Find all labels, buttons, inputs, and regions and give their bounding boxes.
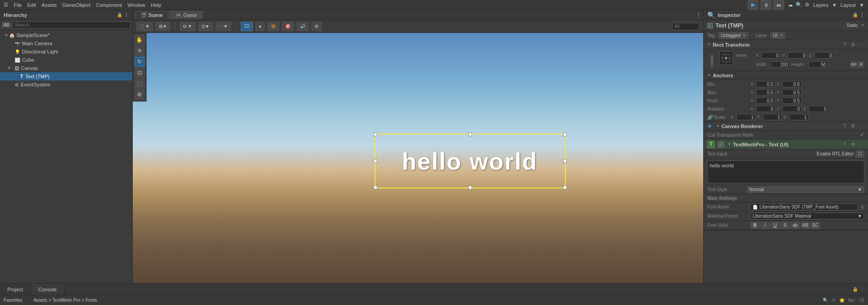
anchors-max-x-input[interactable] [756,89,775,96]
anchors-header[interactable]: ▼ Anchors [704,71,868,80]
window-menu[interactable]: Window [127,2,145,8]
scene-skybox-btn[interactable]: 🔊 [297,22,309,31]
font-style-uppercase[interactable]: AB [801,222,810,229]
tool-custom[interactable]: ⚙ [135,90,145,100]
hier-item-texttmp[interactable]: T Text (TMP) [0,72,132,80]
width-input[interactable] [770,61,790,68]
tab-game[interactable]: 🎮 Game [169,11,203,19]
scene-audio-btn[interactable]: 🔆 [267,22,279,31]
rect-transform-header[interactable]: ▼ Rect Transform ? ⚙ ⋮ [704,40,868,49]
hierarchy-lock-icon[interactable]: 🔒 [117,12,122,17]
canvas-renderer-info[interactable]: ? [841,123,848,129]
tab-console[interactable]: Console [31,284,64,295]
layout-label[interactable]: Layout [841,2,856,8]
tag-dropdown[interactable]: Untagged ▼ [718,32,748,39]
hierarchy-search[interactable] [12,21,130,29]
hier-item-samplescene[interactable]: ▼ 🏠 SampleScene* [0,31,132,39]
font-asset-select-icon[interactable]: ⊙ [861,204,864,209]
inspector-lock-icon[interactable]: 🔒 [852,12,858,17]
play-button[interactable]: ▶ [748,0,759,10]
posz-input[interactable] [814,52,834,59]
text-input-area[interactable]: hello world [707,161,864,183]
rect-transform-info[interactable]: ? [841,42,848,48]
font-style-underline[interactable]: U [770,222,780,229]
tmp-info[interactable]: ? [841,141,848,148]
tmp-header[interactable]: T ✓ ▼ TextMeshPro - Text (UI) ? ⚙ ⋮ [704,139,868,150]
static-dropdown-arrow[interactable]: ▼ [861,23,864,27]
hierarchy-all[interactable]: All [2,22,11,27]
anchors-max-y-input[interactable] [782,89,802,96]
scene-more-btn[interactable]: ⋯▼ [216,22,231,31]
tab-project[interactable]: Project [0,284,31,295]
tool-move[interactable]: ✛ [135,46,145,56]
step-button[interactable]: ⏭ [773,0,784,10]
hierarchy-menu-icon[interactable]: ⋮ [124,12,129,17]
material-preset-field[interactable]: LiberationSans SDF Material ▼ [750,213,864,219]
settings-icon[interactable]: ⚙ [805,2,809,8]
layer-dropdown[interactable]: UI ▼ [770,32,785,39]
history-icon[interactable]: ↺ [832,298,835,303]
scene-options-icon[interactable]: ⋮ [696,12,701,18]
pivot-y-input[interactable] [782,97,802,104]
canvas-renderer-menu[interactable]: ⋮ [858,123,864,129]
cull-checkmark[interactable]: ✓ [860,132,864,138]
favorites-label[interactable]: Favorites [4,298,22,303]
tmp-checkbox[interactable]: ✓ [718,142,724,147]
layout-dropdown-arrow[interactable]: ▼ [859,2,864,8]
tool-rect[interactable]: ⬚ [135,79,145,89]
posy-input[interactable] [788,52,807,59]
scene-fog-btn[interactable]: ⚙ [311,22,322,31]
rot-z-input[interactable] [809,106,828,112]
canvas-renderer-settings[interactable]: ⚙ [850,123,856,129]
tool-rotate[interactable]: ↻ [135,57,145,67]
unity-logo[interactable]: ☰ [4,2,8,8]
tool-scale[interactable]: ⊡ [135,68,145,78]
tmp-menu[interactable]: ⋮ [858,141,864,148]
font-style-italic[interactable]: I [760,222,770,229]
scale-z-input[interactable] [789,114,808,120]
scale-x-input[interactable] [736,114,755,120]
hier-item-maincamera[interactable]: 📷 Main Camera [0,39,132,48]
anchors-min-y-input[interactable] [782,81,802,87]
canvas-renderer-header[interactable]: 👁 ▼ Canvas Renderer ? ⚙ ⋮ [704,122,868,131]
edit-menu[interactable]: Edit [27,2,36,8]
font-style-bold[interactable]: B [750,222,760,229]
rot-y-input[interactable] [782,106,802,112]
pause-button[interactable]: ⏸ [760,0,771,10]
hier-item-dirlight[interactable]: 💡 Directional Light [0,48,132,56]
text-style-dropdown[interactable]: Normal ▼ [747,186,864,193]
anchor-visual[interactable] [719,51,733,65]
enable-rtl-toggle[interactable]: ☐ [856,150,864,158]
scene-snap-btn[interactable]: ⊡▼ [198,22,213,31]
scene-light-btn[interactable]: ● [255,22,265,31]
hier-item-canvas[interactable]: ▼ 🖼 Canvas [0,64,132,72]
pivot-x-input[interactable] [756,97,775,104]
bottom-lock-icon[interactable]: 🔒 [852,287,858,292]
tool-hand[interactable]: ✋ [135,35,145,45]
scene-view[interactable]: ✋ ✛ ↻ ⊡ ⬚ ⚙ hello world [133,33,703,283]
anchors-min-x-input[interactable] [756,81,775,87]
scene-gizmo-btn[interactable]: ⧉▼ [180,22,195,31]
layers-label[interactable]: Layers [813,2,828,8]
layers-dropdown-arrow[interactable]: ▼ [832,2,837,8]
bottom-menu-icon[interactable]: ⋮ [860,287,864,292]
search-icon[interactable]: 🔍 [796,2,802,8]
rect-r-btn[interactable]: R [858,61,864,68]
rect-bp-btn[interactable]: BP [851,61,857,68]
rect-transform-settings[interactable]: ⚙ [850,42,856,48]
height-input[interactable] [808,61,828,68]
scene-view-btn[interactable]: ⬚▼ [136,22,153,31]
scene-2d-btn[interactable]: 2D [241,22,253,31]
rect-transform-menu[interactable]: ⋮ [858,42,864,48]
gameobject-menu[interactable]: GameObject [62,2,91,8]
star-icon[interactable]: ⭐ [839,298,845,303]
hier-item-cube[interactable]: ⬜ Cube [0,56,132,64]
posx-input[interactable] [761,52,781,59]
inspector-menu-icon[interactable]: ⋮ [860,12,864,17]
tab-scene[interactable]: 🎬 Scene [135,11,168,19]
rot-x-input[interactable] [756,106,775,112]
file-menu[interactable]: File [14,2,22,8]
assets-menu[interactable]: Assets [42,2,57,8]
tmp-settings[interactable]: ⚙ [850,141,856,148]
object-active-checkbox[interactable]: ✓ [707,23,713,28]
